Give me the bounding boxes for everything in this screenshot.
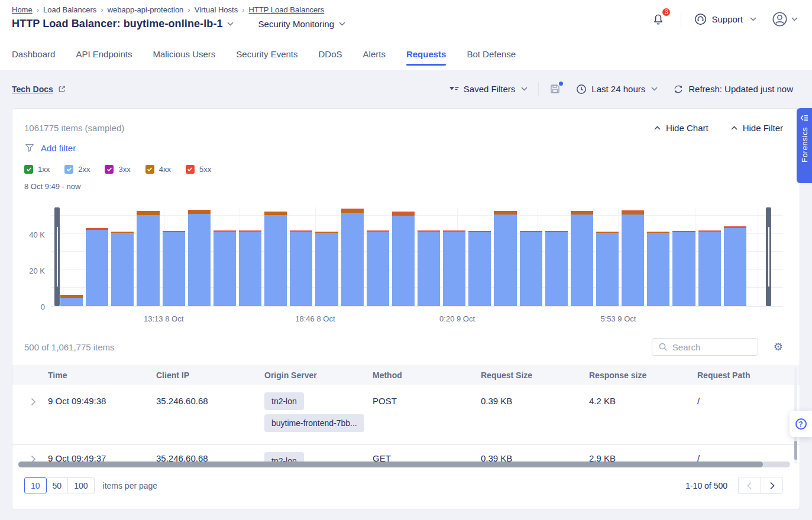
chart-bar[interactable]: [672, 231, 695, 306]
refresh-button[interactable]: Refresh: Updated just now: [673, 84, 793, 95]
chart-bar[interactable]: [418, 230, 440, 306]
chart-bar[interactable]: [367, 230, 389, 306]
chart-bar[interactable]: [188, 210, 211, 306]
cell-client-ip: 35.246.60.68: [156, 453, 264, 462]
chart-bar[interactable]: [392, 212, 415, 306]
page-size-100[interactable]: 100: [68, 477, 94, 493]
chart-bar-segment: [698, 232, 721, 306]
chart-bar[interactable]: [596, 232, 619, 306]
cell-request-size: 0.39 KB: [481, 453, 589, 462]
chart-bar[interactable]: [545, 231, 568, 306]
chart-bar[interactable]: [571, 211, 593, 306]
table-header-row: Time Client IP Origin Server Method Requ…: [12, 365, 800, 385]
y-axis-tick-label: 0: [41, 303, 45, 311]
origin-server-tag[interactable]: buytime-frontend-7bb...: [264, 414, 364, 432]
previous-page-button[interactable]: [738, 477, 761, 494]
chart-bar[interactable]: [315, 232, 338, 306]
time-range-label: Last 24 hours: [591, 84, 645, 94]
hide-chart-button[interactable]: Hide Chart: [654, 123, 709, 133]
table-row[interactable]: 9 Oct 09:49:38 35.246.60.68 tn2-lon buyt…: [12, 385, 800, 445]
row-expand-chevron-icon[interactable]: [12, 396, 48, 406]
column-header-response-size: Response size: [589, 370, 697, 380]
help-button[interactable]: ?: [790, 411, 812, 437]
chart-bar-segment: [137, 215, 159, 306]
items-sampled-count: 1061775 items (sampled): [24, 123, 124, 133]
chart-bar[interactable]: [622, 210, 644, 306]
chevron-up-icon: [654, 126, 661, 130]
breadcrumb-virtual-hosts[interactable]: Virtual Hosts: [195, 5, 238, 14]
chart-bar[interactable]: [137, 211, 159, 306]
origin-server-tag[interactable]: tn2-lon: [264, 392, 304, 410]
tab-alerts[interactable]: Alerts: [363, 38, 386, 70]
x-axis-tick-label: 5:53 9 Oct: [600, 314, 636, 323]
chart-bar-segment: [418, 232, 440, 306]
brush-handle-right[interactable]: [766, 207, 771, 306]
time-range-dropdown[interactable]: Last 24 hours: [576, 84, 658, 95]
chart-bar[interactable]: [264, 212, 287, 306]
chevron-down-icon[interactable]: [227, 22, 234, 26]
horizontal-scrollbar[interactable]: [18, 462, 790, 467]
forensics-side-tab[interactable]: Forensics: [797, 108, 812, 183]
horizontal-scrollbar-thumb[interactable]: [18, 462, 763, 467]
chart-bar-segment: [596, 233, 619, 306]
tab-requests[interactable]: Requests: [406, 38, 447, 70]
vertical-scrollbar-thumb[interactable]: [794, 441, 797, 460]
breadcrumb-namespace[interactable]: webapp-api-protection: [108, 5, 184, 14]
search-input[interactable]: [672, 342, 752, 352]
chevron-down-icon: [750, 17, 756, 21]
page-size-10[interactable]: 10: [24, 477, 47, 493]
save-filter-button[interactable]: [549, 83, 561, 95]
chart-bar[interactable]: [86, 228, 108, 306]
pagination-bar: 10 50 100 items per page 1-10 of 500: [24, 477, 783, 494]
tab-ddos[interactable]: DDoS: [319, 38, 342, 70]
chart-bar[interactable]: [647, 232, 669, 306]
notifications-button[interactable]: 3: [649, 9, 668, 28]
chart-bar[interactable]: [468, 231, 491, 306]
saved-filters-dropdown[interactable]: Saved Filters: [449, 84, 528, 94]
chart-bar[interactable]: [341, 209, 364, 306]
chart-bar[interactable]: [520, 231, 542, 306]
chart-bar[interactable]: [213, 230, 236, 306]
status-filter-2xx[interactable]: 2xx: [64, 165, 90, 174]
tech-docs-link[interactable]: Tech Docs: [12, 84, 66, 94]
chart-bar[interactable]: [163, 231, 185, 306]
tab-security-events[interactable]: Security Events: [236, 38, 297, 70]
status-filter-4xx[interactable]: 4xx: [145, 165, 171, 174]
chart-bar[interactable]: [698, 230, 721, 306]
tab-dashboard[interactable]: Dashboard: [12, 38, 55, 70]
page-size-50[interactable]: 50: [47, 477, 69, 493]
breadcrumb-http-load-balancers[interactable]: HTTP Load Balancers: [249, 5, 325, 14]
chart-bar[interactable]: [60, 295, 83, 306]
status-filter-3xx[interactable]: 3xx: [105, 165, 130, 174]
chart-bar[interactable]: [494, 211, 516, 306]
origin-server-tag[interactable]: tn2-lon: [264, 452, 304, 462]
tab-malicious-users[interactable]: Malicious Users: [153, 38, 215, 70]
status-filter-5xx[interactable]: 5xx: [186, 165, 211, 174]
status-class-filters: 1xx 2xx 3xx 4xx 5xx: [24, 165, 800, 174]
page-size-selector: 10 50 100: [24, 477, 95, 493]
row-expand-chevron-icon[interactable]: [12, 453, 48, 462]
chart-bar[interactable]: [290, 230, 312, 306]
gear-icon[interactable]: ⚙: [774, 342, 783, 352]
add-filter-button[interactable]: Add filter: [24, 142, 76, 153]
status-filter-1xx[interactable]: 1xx: [24, 165, 50, 174]
context-selector[interactable]: Security Monitoring: [258, 19, 345, 29]
next-page-button[interactable]: [761, 477, 783, 494]
account-menu[interactable]: [772, 11, 798, 27]
brush-handle-left[interactable]: [54, 207, 60, 306]
breadcrumb-home[interactable]: Home: [12, 5, 33, 14]
chart-bar[interactable]: [111, 232, 134, 306]
hide-filter-button[interactable]: Hide Filter: [731, 123, 783, 133]
support-menu[interactable]: Support: [694, 13, 756, 25]
breadcrumb-load-balancers[interactable]: Load Balancers: [43, 5, 96, 14]
chart-bar-segment: [622, 214, 644, 306]
table-row-partial[interactable]: 9 Oct 09:49:37 35.246.60.68 tn2-lon GET …: [12, 445, 800, 462]
chart-bar[interactable]: [239, 230, 261, 306]
chart-bar[interactable]: [443, 230, 465, 306]
tab-bot-defense[interactable]: Bot Defense: [467, 38, 516, 70]
hide-chart-label: Hide Chart: [666, 123, 709, 133]
chart-y-axis: 020 K40 K: [24, 207, 51, 307]
chart-bar[interactable]: [724, 226, 746, 306]
breadcrumb: Home › Load Balancers › webapp-api-prote…: [12, 5, 345, 14]
tab-api-endpoints[interactable]: API Endpoints: [76, 38, 132, 70]
